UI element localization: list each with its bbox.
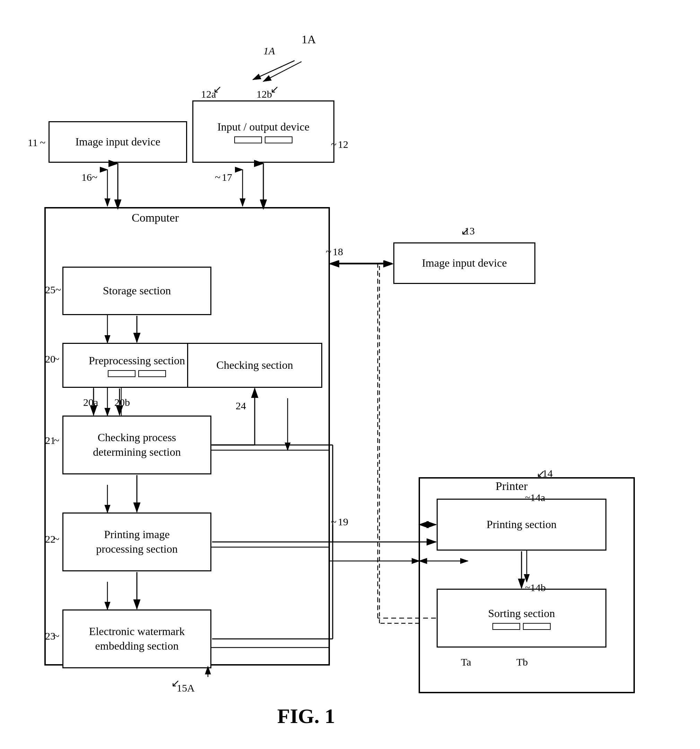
- ref-Tb: Tb: [516, 656, 528, 668]
- tilde-17: ~: [215, 171, 221, 183]
- printer-label: Printer: [496, 480, 528, 493]
- tilde-16: ~: [92, 171, 97, 183]
- ref-20b: 20b: [114, 396, 130, 408]
- tilde-15A: ↙: [171, 677, 180, 689]
- tilde-14a: ~: [525, 492, 530, 503]
- tilde-25: ~: [55, 284, 61, 296]
- svg-line-6: [253, 61, 294, 79]
- preproc-trays: [106, 370, 167, 377]
- svg-line-36: [263, 62, 302, 81]
- ref-12a-curve: ↙: [213, 83, 222, 95]
- ref-24: 24: [236, 400, 246, 412]
- ref-Ta: Ta: [461, 656, 471, 668]
- image-input-device-left: Image input device: [49, 121, 187, 163]
- tilde-19: ~: [331, 516, 337, 528]
- ref-12b: 12b: [256, 88, 272, 100]
- tilde-14: ↙: [536, 468, 545, 480]
- tilde-11: ~: [40, 137, 45, 148]
- storage-section: Storage section: [62, 267, 211, 315]
- tilde-22: ~: [54, 533, 59, 545]
- sorting-section: Sorting section: [437, 588, 607, 648]
- computer-label: Computer: [132, 211, 179, 225]
- printing-section: Printing section: [437, 498, 607, 550]
- tilde-13: ↙: [461, 225, 470, 237]
- io-trays: [233, 136, 294, 144]
- ref-16: 16: [81, 171, 92, 183]
- electronic-watermark: Electronic watermark embedding section: [62, 610, 211, 668]
- system-label-arrow-note: 1A: [263, 45, 275, 57]
- tilde-18: ~: [326, 246, 331, 258]
- tilde-21: ~: [54, 434, 59, 446]
- ref-20a: 20a: [83, 396, 98, 408]
- input-output-device: Input / output device: [192, 101, 334, 163]
- ref-17: 17: [222, 171, 232, 183]
- ref-18: 18: [333, 246, 343, 258]
- printing-image-processing: Printing image processing section: [62, 512, 211, 572]
- ref-19: 19: [338, 516, 348, 528]
- sorting-trays: [491, 623, 552, 630]
- tilde-12: ~: [331, 139, 337, 150]
- ref-12b-curve: ↙: [270, 83, 279, 95]
- ref-14b: 14b: [530, 582, 546, 593]
- ref-12: 12: [338, 139, 348, 150]
- ref-25: 25: [45, 284, 55, 296]
- tilde-14b: ~: [525, 582, 530, 593]
- checking-process-determining: Checking process determining section: [62, 416, 211, 474]
- tilde-23: ~: [54, 630, 59, 642]
- system-label: 1A: [302, 33, 316, 46]
- ref-14a: 14a: [530, 492, 545, 503]
- figure-title: FIG. 1: [277, 704, 335, 728]
- diagram-container: 1A 1A Image input device 11 ~ Input / ou…: [0, 0, 700, 749]
- checking-section: Checking section: [187, 343, 322, 388]
- image-input-device-right: Image input device: [393, 242, 535, 284]
- tilde-20: ~: [54, 353, 59, 365]
- ref-11: 11: [28, 137, 38, 148]
